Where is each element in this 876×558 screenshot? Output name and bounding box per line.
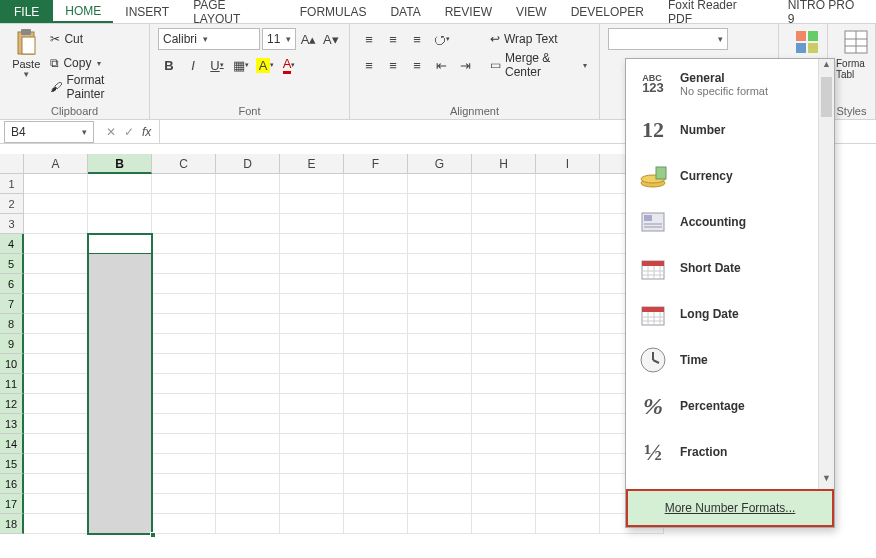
more-number-formats-button[interactable]: More Number Formats... <box>626 489 834 527</box>
cell[interactable] <box>536 474 600 494</box>
cell[interactable] <box>24 214 88 234</box>
cell[interactable] <box>280 174 344 194</box>
cell[interactable] <box>536 274 600 294</box>
cancel-formula-icon[interactable]: ✕ <box>106 125 116 139</box>
align-top-icon[interactable]: ≡ <box>358 28 380 50</box>
cell[interactable] <box>280 234 344 254</box>
cell[interactable] <box>216 374 280 394</box>
cell[interactable] <box>24 294 88 314</box>
cell[interactable] <box>152 414 216 434</box>
cell[interactable] <box>408 174 472 194</box>
tab-data[interactable]: DATA <box>378 0 432 23</box>
cell[interactable] <box>536 214 600 234</box>
cell[interactable] <box>152 354 216 374</box>
cell[interactable] <box>280 394 344 414</box>
cell[interactable] <box>472 174 536 194</box>
cell[interactable] <box>408 234 472 254</box>
row-header-15[interactable]: 15 <box>0 454 24 474</box>
cut-button[interactable]: ✂Cut <box>50 28 141 50</box>
cell[interactable] <box>344 494 408 514</box>
cell[interactable] <box>344 254 408 274</box>
selection-handle[interactable] <box>150 532 156 538</box>
cell[interactable] <box>472 234 536 254</box>
cell[interactable] <box>88 494 152 514</box>
cell[interactable] <box>152 314 216 334</box>
format-option-short-date[interactable]: Short Date <box>626 245 834 291</box>
enter-formula-icon[interactable]: ✓ <box>124 125 134 139</box>
cell[interactable] <box>472 294 536 314</box>
cell[interactable] <box>88 414 152 434</box>
select-all-corner[interactable] <box>0 154 24 174</box>
cell[interactable] <box>472 194 536 214</box>
cell[interactable] <box>216 454 280 474</box>
paste-button[interactable]: Paste ▼ <box>8 28 44 79</box>
format-option-accounting[interactable]: Accounting <box>626 199 834 245</box>
row-header-9[interactable]: 9 <box>0 334 24 354</box>
cell[interactable] <box>344 174 408 194</box>
border-button[interactable]: ▦▾ <box>230 54 252 76</box>
align-middle-icon[interactable]: ≡ <box>382 28 404 50</box>
merge-center-button[interactable]: ▭Merge & Center▾ <box>490 54 591 76</box>
cell[interactable] <box>472 514 536 534</box>
cell[interactable] <box>216 254 280 274</box>
row-header-5[interactable]: 5 <box>0 254 24 274</box>
conditional-formatting-button[interactable] <box>787 28 827 56</box>
col-header-G[interactable]: G <box>408 154 472 174</box>
cell[interactable] <box>536 194 600 214</box>
tab-developer[interactable]: DEVELOPER <box>559 0 656 23</box>
cell[interactable] <box>280 354 344 374</box>
row-header-2[interactable]: 2 <box>0 194 24 214</box>
cell[interactable] <box>152 374 216 394</box>
col-header-D[interactable]: D <box>216 154 280 174</box>
cell[interactable] <box>24 234 88 254</box>
bold-button[interactable]: B <box>158 54 180 76</box>
cell[interactable] <box>216 214 280 234</box>
cell[interactable] <box>152 514 216 534</box>
cell[interactable] <box>152 494 216 514</box>
cell[interactable] <box>408 334 472 354</box>
cell[interactable] <box>88 474 152 494</box>
cell[interactable] <box>280 434 344 454</box>
row-header-7[interactable]: 7 <box>0 294 24 314</box>
font-size-combo[interactable]: 11▾ <box>262 28 296 50</box>
row-header-1[interactable]: 1 <box>0 174 24 194</box>
cell[interactable] <box>408 414 472 434</box>
cell[interactable] <box>152 234 216 254</box>
tab-formulas[interactable]: FORMULAS <box>288 0 379 23</box>
col-header-I[interactable]: I <box>536 154 600 174</box>
cell[interactable] <box>152 334 216 354</box>
cell[interactable] <box>280 514 344 534</box>
cell[interactable] <box>536 414 600 434</box>
cell[interactable] <box>152 194 216 214</box>
cell[interactable] <box>536 514 600 534</box>
cell[interactable] <box>408 294 472 314</box>
dropdown-scrollbar[interactable]: ▲ ▼ <box>818 59 834 489</box>
cell[interactable] <box>24 254 88 274</box>
tab-foxit[interactable]: Foxit Reader PDF <box>656 0 776 23</box>
format-option-general[interactable]: ABC123GeneralNo specific format <box>626 61 834 107</box>
cell[interactable] <box>88 514 152 534</box>
cell[interactable] <box>344 214 408 234</box>
cell[interactable] <box>472 334 536 354</box>
decrease-font-icon[interactable]: A▾ <box>321 28 341 50</box>
format-painter-button[interactable]: 🖌Format Painter <box>50 76 141 98</box>
cell[interactable] <box>152 474 216 494</box>
cell[interactable] <box>536 434 600 454</box>
cell[interactable] <box>152 174 216 194</box>
format-option-long-date[interactable]: Long Date <box>626 291 834 337</box>
cell[interactable] <box>216 414 280 434</box>
cell[interactable] <box>216 294 280 314</box>
cell[interactable] <box>344 434 408 454</box>
cell[interactable] <box>24 354 88 374</box>
cell[interactable] <box>472 474 536 494</box>
fill-color-button[interactable]: A▾ <box>254 54 276 76</box>
cell[interactable] <box>472 394 536 414</box>
cell[interactable] <box>536 254 600 274</box>
cell[interactable] <box>536 354 600 374</box>
row-header-13[interactable]: 13 <box>0 414 24 434</box>
copy-button[interactable]: ⧉Copy▾ <box>50 52 141 74</box>
cell[interactable] <box>216 474 280 494</box>
col-header-A[interactable]: A <box>24 154 88 174</box>
cell[interactable] <box>88 234 152 254</box>
col-header-B[interactable]: B <box>88 154 152 174</box>
